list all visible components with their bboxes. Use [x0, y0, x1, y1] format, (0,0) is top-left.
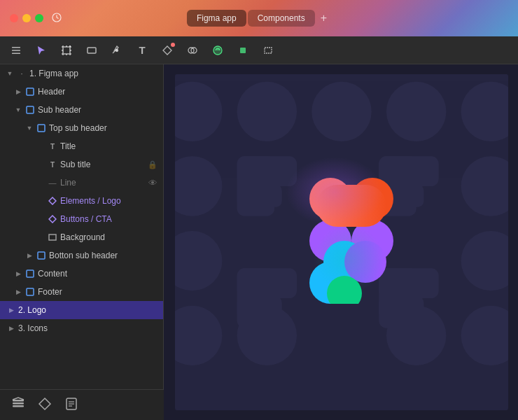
component-icon-buttons-cta [48, 214, 57, 224]
chevron-header [14, 88, 22, 96]
frame-icon-botton-sub-header [36, 251, 46, 260]
title-label: Title [60, 141, 158, 151]
minimize-button[interactable] [22, 14, 31, 22]
sub-header-label: Sub header [38, 105, 158, 115]
layers-bottom-icon[interactable] [11, 396, 25, 414]
frame-icon-subheader [25, 105, 35, 115]
maximize-button[interactable] [35, 14, 43, 22]
line-icon: — [48, 178, 57, 188]
svg-rect-28 [38, 125, 45, 132]
top-sub-header-label: Top sub header [49, 123, 158, 133]
svg-rect-32 [27, 288, 34, 295]
chevron-botton-sub-header [25, 251, 34, 260]
lock-icon: 🔒 [148, 160, 158, 169]
svg-rect-48 [237, 185, 282, 207]
svg-rect-5 [12, 52, 20, 54]
svg-point-40 [175, 231, 222, 290]
svg-rect-54 [237, 297, 282, 319]
layer-top-sub-header[interactable]: Top sub header [0, 119, 163, 137]
plugin-icon[interactable] [235, 43, 251, 58]
svg-rect-4 [12, 50, 20, 51]
tab-figma-app[interactable]: Figma app [187, 10, 246, 27]
line-label: Line [60, 178, 146, 188]
sub-title-label: Sub title [60, 160, 145, 169]
tab-bar: Figma app Components + [187, 10, 331, 27]
section-icons[interactable]: 3. Icons [0, 319, 163, 337]
section-logo[interactable]: 2. Logo [0, 301, 163, 319]
svg-line-2 [57, 18, 59, 19]
cursor-icon[interactable] [34, 43, 49, 58]
background-label: Background [60, 232, 158, 242]
component-icon-elements-logo [48, 196, 57, 206]
clock-icon [52, 13, 62, 24]
svg-point-38 [175, 156, 222, 216]
frame-icon-content [25, 269, 35, 279]
assets-bottom-icon[interactable] [38, 397, 52, 414]
sidebar: · 1. Figma app Header Sub header Top s [0, 64, 164, 420]
rectangle-tool-icon[interactable] [84, 43, 99, 58]
text-icon-sub-title: T [48, 160, 57, 169]
pages-bottom-icon[interactable] [64, 397, 78, 414]
add-tab-button[interactable]: + [316, 10, 331, 26]
svg-rect-6 [63, 47, 70, 54]
layer-root[interactable]: · 1. Figma app [0, 64, 163, 83]
frame-icon-header [25, 87, 35, 97]
frame-tool-icon[interactable] [59, 43, 74, 58]
hamburger-menu-icon[interactable] [8, 43, 24, 58]
layer-title[interactable]: T Title [0, 137, 163, 155]
tab-components[interactable]: Components [248, 10, 315, 27]
footer-label: Footer [38, 287, 158, 297]
botton-sub-header-label: Botton sub header [49, 251, 158, 260]
chevron-root [6, 69, 14, 78]
canvas-area[interactable] [164, 64, 518, 420]
svg-point-35 [312, 82, 371, 141]
component-tool-icon[interactable] [160, 43, 175, 58]
svg-point-34 [237, 82, 297, 141]
layer-elements-logo[interactable]: Elements / Logo [0, 192, 163, 210]
buttons-cta-label: Buttons / CTA [60, 214, 158, 224]
svg-rect-25 [240, 48, 246, 53]
svg-point-65 [344, 241, 386, 283]
text-tool-icon[interactable]: T [134, 43, 150, 58]
layer-header[interactable]: Header [0, 83, 163, 101]
layer-botton-sub-header[interactable]: Botton sub header [0, 246, 163, 265]
chevron-sub-header [14, 106, 22, 114]
svg-rect-31 [27, 270, 34, 277]
text-icon-title: T [48, 141, 57, 151]
close-button[interactable] [10, 14, 18, 22]
traffic-lights [10, 14, 43, 22]
svg-rect-30 [38, 252, 45, 259]
svg-rect-47 [237, 156, 297, 186]
layer-background[interactable]: Background [0, 228, 163, 246]
mask-tool-icon[interactable] [260, 43, 276, 58]
svg-rect-67 [13, 400, 24, 402]
svg-rect-27 [27, 106, 34, 113]
svg-rect-53 [237, 268, 297, 298]
svg-point-37 [461, 82, 508, 141]
svg-point-42 [175, 306, 222, 365]
layer-line[interactable]: — Line 👁 [0, 174, 163, 192]
svg-point-45 [461, 306, 508, 365]
layer-sub-title[interactable]: T Sub title 🔒 [0, 155, 163, 174]
icons-section-label: 3. Icons [18, 323, 158, 333]
svg-point-41 [461, 231, 508, 290]
svg-point-21 [116, 49, 118, 51]
toolbar: T [0, 36, 518, 64]
frame-icon-top-sub-header [36, 123, 46, 133]
logo-section-label: 2. Logo [18, 305, 158, 315]
layer-sub-header[interactable]: Sub header [0, 101, 163, 119]
svg-point-39 [461, 156, 508, 216]
chevron-content [14, 270, 22, 278]
pen-tool-icon[interactable] [109, 43, 125, 58]
main-layout: · 1. Figma app Header Sub header Top s [0, 64, 518, 420]
layer-content[interactable]: Content [0, 265, 163, 283]
chevron-icons [7, 324, 15, 332]
chevron-footer [14, 288, 22, 296]
fill-tool-icon[interactable] [210, 43, 225, 58]
elements-logo-label: Elements / Logo [60, 196, 158, 206]
layer-footer[interactable]: Footer [0, 283, 163, 301]
boolean-tool-icon[interactable] [185, 43, 200, 58]
chevron-top-sub-header [25, 124, 34, 132]
svg-rect-26 [27, 88, 34, 95]
layer-buttons-cta[interactable]: Buttons / CTA [0, 210, 163, 228]
